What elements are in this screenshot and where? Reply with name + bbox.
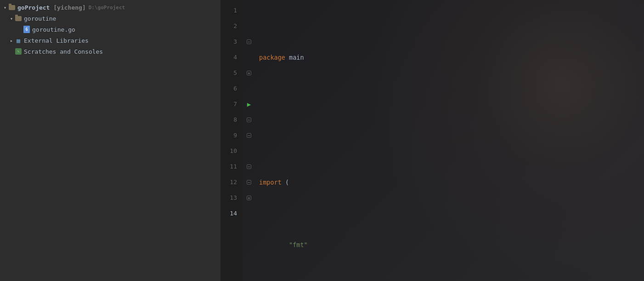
gutter-6	[243, 81, 255, 96]
code-lines[interactable]: package main import ( "fmt" ) func main(…	[255, 0, 644, 281]
line-num-8: 8	[220, 112, 237, 128]
sidebar-item-project-root[interactable]: goProject [yicheng] D:\goProject	[0, 2, 220, 13]
gutter-9[interactable]	[243, 128, 255, 143]
line-num-6: 6	[220, 81, 237, 96]
scratches-label: Scratches and Consoles	[24, 48, 103, 55]
fold-dot-9[interactable]	[247, 133, 251, 138]
gutter-14	[243, 206, 255, 221]
gutter-1	[243, 3, 255, 18]
line-num-14: 14	[220, 206, 237, 221]
line-numbers: 1 2 3 4 5 6 7 8 9 10 11 12 13 14	[220, 0, 243, 281]
line-num-2: 2	[220, 18, 237, 34]
goroutine-dir-label: goroutine	[24, 15, 56, 22]
code-line-3: import (	[259, 174, 644, 190]
code-line-4: "fmt"	[259, 237, 644, 253]
fold-dot-5[interactable]	[247, 71, 251, 75]
code-area: 1 2 3 4 5 6 7 8 9 10 11 12 13 14	[220, 0, 644, 281]
project-root-label: goProject [yicheng]	[17, 4, 86, 11]
line-num-10: 10	[220, 143, 237, 159]
line-num-12: 12	[220, 174, 237, 190]
external-libs-icon: ▦	[15, 37, 22, 44]
goroutine-file-label: goroutine.go	[32, 26, 75, 33]
gutter-4	[243, 50, 255, 65]
gutter-2	[243, 18, 255, 34]
sidebar-item-scratches[interactable]: Scratches and Consoles	[0, 46, 220, 57]
tree-arrow-goroutine	[8, 16, 15, 21]
goroutine-folder-icon	[15, 15, 22, 22]
line-num-3: 3	[220, 34, 237, 50]
line-num-5: 5	[220, 65, 237, 81]
tree-arrow-project	[2, 5, 8, 10]
kw-import: import	[259, 174, 282, 190]
gutter-3[interactable]	[243, 34, 255, 50]
line-num-1: 1	[220, 3, 237, 18]
external-libs-label: External Libraries	[24, 37, 89, 44]
sidebar-item-goroutine-file[interactable]: G goroutine.go	[0, 24, 220, 35]
sidebar-item-goroutine-dir[interactable]: goroutine	[0, 13, 220, 24]
fold-dot-8[interactable]	[247, 118, 251, 122]
editor-gutter: ▶	[243, 0, 255, 281]
gutter-13[interactable]	[243, 190, 255, 206]
gutter-5[interactable]	[243, 65, 255, 81]
gutter-7-play[interactable]: ▶	[243, 96, 255, 112]
line-num-7: 7	[220, 96, 237, 112]
line-num-13: 13	[220, 190, 237, 206]
fold-dot-12[interactable]	[247, 180, 251, 185]
gutter-11[interactable]	[243, 159, 255, 174]
code-line-1: package main	[259, 50, 644, 65]
fold-dot-3[interactable]	[247, 39, 251, 44]
go-file-icon: G	[23, 26, 30, 33]
line-num-11: 11	[220, 159, 237, 174]
scratches-icon	[15, 48, 22, 55]
line-num-9: 9	[220, 128, 237, 143]
string-fmt: "fmt"	[289, 237, 308, 253]
tree-arrow-ext-libs	[8, 38, 15, 43]
gutter-10	[243, 143, 255, 159]
folder-icon	[8, 4, 16, 11]
code-line-2	[259, 112, 644, 128]
code-editor[interactable]: 1 2 3 4 5 6 7 8 9 10 11 12 13 14	[220, 0, 644, 281]
sidebar: goProject [yicheng] D:\goProject gorouti…	[0, 0, 220, 281]
gutter-12[interactable]	[243, 174, 255, 190]
fold-dot-13[interactable]	[247, 196, 251, 200]
sidebar-item-external-libs[interactable]: ▦ External Libraries	[0, 35, 220, 46]
gutter-8[interactable]	[243, 112, 255, 128]
line-num-4: 4	[220, 50, 237, 65]
kw-package: package	[259, 50, 285, 65]
fold-dot-11[interactable]	[247, 164, 251, 169]
project-path: D:\goProject	[89, 5, 125, 11]
